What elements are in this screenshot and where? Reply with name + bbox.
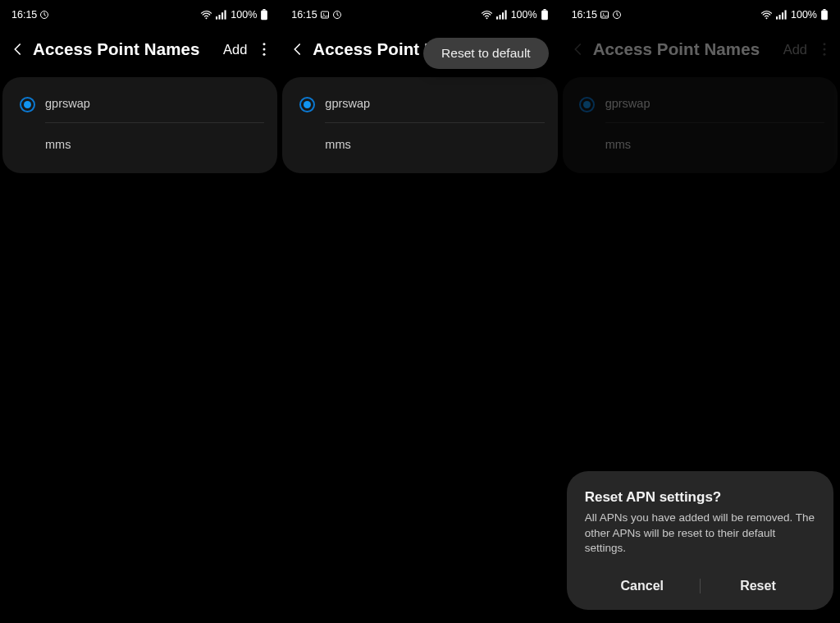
- screen-apn-list: 16:15 100% Acce: [0, 0, 280, 623]
- svg-rect-2: [216, 16, 217, 20]
- status-time: 16:15: [291, 9, 317, 21]
- status-bar: 16:15 100%: [0, 0, 280, 26]
- apn-label: mms: [605, 138, 824, 153]
- clock-icon: [332, 10, 342, 20]
- apn-item-mms[interactable]: mms: [563, 130, 838, 160]
- divider: [45, 122, 264, 123]
- svg-point-32: [823, 48, 825, 50]
- clock-icon: [612, 10, 622, 20]
- dialog-body: All APNs you have added will be removed.…: [585, 511, 815, 556]
- svg-rect-25: [776, 16, 778, 20]
- clock-icon: [39, 10, 49, 20]
- svg-rect-18: [504, 10, 506, 19]
- menu-reset-to-default[interactable]: Reset to default: [423, 38, 549, 69]
- svg-rect-26: [779, 15, 781, 20]
- battery-icon: [541, 9, 549, 21]
- svg-point-10: [263, 53, 266, 56]
- add-button[interactable]: Add: [778, 37, 812, 62]
- apn-label: gprswap: [605, 97, 824, 112]
- svg-rect-3: [219, 15, 221, 20]
- status-bar: 16:15 100%: [560, 0, 840, 26]
- title-bar: Access Point Names Add: [560, 26, 840, 72]
- svg-point-33: [823, 53, 825, 56]
- signal-icon: [216, 10, 227, 20]
- svg-rect-6: [263, 9, 266, 11]
- wifi-icon: [200, 10, 212, 20]
- svg-rect-19: [543, 9, 546, 11]
- svg-rect-27: [782, 12, 783, 19]
- svg-rect-20: [541, 11, 548, 21]
- svg-rect-4: [221, 12, 223, 19]
- radio-selected-icon[interactable]: [299, 97, 315, 112]
- battery-text: 100%: [231, 9, 257, 21]
- wifi-icon: [760, 10, 773, 20]
- image-icon: [600, 10, 609, 20]
- page-title: Access Point Names: [593, 39, 775, 59]
- page-title: Access Point Names: [33, 39, 215, 59]
- svg-point-9: [263, 48, 266, 50]
- reset-button[interactable]: Reset: [701, 570, 815, 602]
- signal-icon: [776, 10, 788, 20]
- apn-card: gprswap mms: [282, 77, 557, 173]
- battery-text: 100%: [511, 9, 537, 21]
- radio-selected-icon[interactable]: [579, 97, 595, 112]
- apn-card: gprswap mms: [2, 77, 277, 173]
- svg-rect-30: [821, 11, 828, 21]
- svg-rect-15: [496, 16, 498, 20]
- status-time: 16:15: [11, 9, 37, 21]
- apn-label: gprswap: [45, 97, 264, 112]
- svg-rect-7: [261, 11, 267, 21]
- back-button[interactable]: [286, 38, 309, 61]
- screen-apn-menu-open: 16:15 100%: [280, 0, 559, 623]
- apn-item-gprswap[interactable]: gprswap: [2, 89, 277, 119]
- divider: [605, 122, 824, 123]
- svg-point-1: [206, 17, 208, 19]
- battery-text: 100%: [791, 9, 817, 21]
- reset-apn-dialog: Reset APN settings? All APNs you have ad…: [567, 471, 833, 610]
- back-button[interactable]: [7, 38, 30, 61]
- dialog-actions: Cancel Reset: [585, 570, 815, 602]
- signal-icon: [496, 10, 508, 20]
- apn-label: gprswap: [325, 97, 544, 112]
- divider: [325, 122, 544, 123]
- back-button[interactable]: [567, 38, 590, 61]
- title-bar: Access Point Names Add: [0, 26, 280, 72]
- status-time: 16:15: [572, 9, 597, 21]
- svg-point-31: [823, 43, 825, 45]
- svg-point-8: [263, 43, 266, 45]
- image-icon: [320, 10, 330, 20]
- apn-card: gprswap mms: [563, 77, 838, 173]
- battery-icon: [820, 9, 829, 21]
- svg-point-22: [603, 13, 605, 15]
- radio-selected-icon[interactable]: [20, 97, 35, 112]
- svg-rect-29: [823, 9, 825, 11]
- apn-item-gprswap[interactable]: gprswap: [282, 89, 557, 119]
- svg-rect-5: [225, 10, 226, 19]
- svg-point-12: [322, 13, 324, 15]
- apn-item-mms[interactable]: mms: [282, 130, 557, 160]
- apn-label: mms: [45, 138, 264, 153]
- more-button[interactable]: [815, 38, 833, 61]
- cancel-button[interactable]: Cancel: [585, 570, 700, 602]
- svg-rect-28: [785, 10, 787, 19]
- dialog-title: Reset APN settings?: [585, 489, 815, 506]
- svg-point-14: [486, 17, 487, 19]
- apn-label: mms: [325, 138, 544, 153]
- add-button[interactable]: Add: [218, 37, 252, 62]
- apn-item-mms[interactable]: mms: [2, 130, 277, 160]
- wifi-icon: [481, 10, 493, 20]
- apn-item-gprswap[interactable]: gprswap: [563, 89, 838, 119]
- screen-apn-dialog: 16:15 100%: [560, 0, 840, 623]
- svg-point-24: [766, 17, 768, 19]
- status-bar: 16:15 100%: [280, 0, 559, 26]
- more-button[interactable]: [255, 38, 273, 61]
- svg-rect-17: [502, 12, 504, 19]
- battery-icon: [260, 9, 268, 21]
- svg-rect-16: [499, 15, 500, 20]
